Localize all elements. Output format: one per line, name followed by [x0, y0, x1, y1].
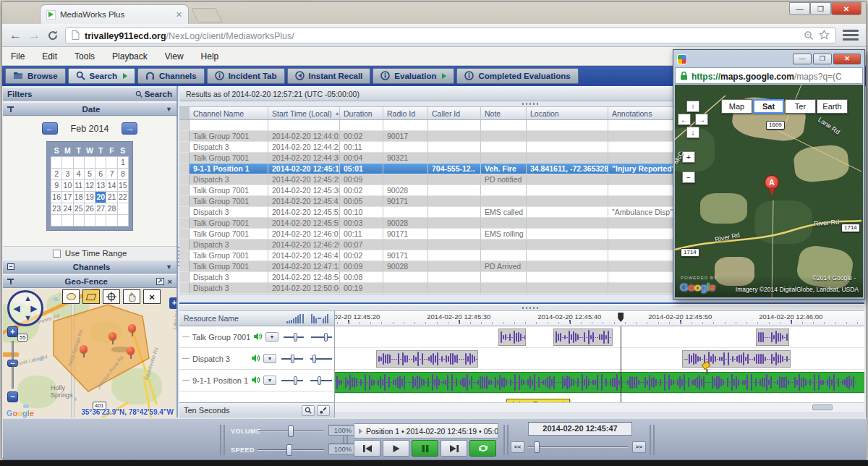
column-header-note[interactable]: Note — [481, 107, 527, 119]
timeline-ruler[interactable]: 2014-02-20 12:45:202014-02-20 12:45:3020… — [335, 311, 864, 326]
channel-dropdown-button[interactable]: ▼ — [263, 376, 276, 385]
popup-close-button[interactable]: ✕ — [833, 54, 861, 64]
map-pin[interactable] — [127, 347, 135, 355]
play-button[interactable] — [383, 440, 409, 457]
column-header-start-time-local-[interactable]: Start Time (Local)▲ — [268, 107, 340, 119]
calendar-day-1[interactable]: 1 — [117, 156, 128, 168]
map-expand-button[interactable]: + — [169, 297, 176, 309]
geofence-section-header[interactable]: Geo-Fence ↗ × — [3, 274, 176, 288]
audio-clip[interactable] — [682, 350, 791, 368]
playhead-handle[interactable] — [618, 313, 624, 322]
toolbar-button-search[interactable]: Search — [68, 68, 135, 84]
next-month-button[interactable]: → — [122, 122, 137, 135]
channel-dropdown-button[interactable]: ▼ — [263, 354, 276, 363]
menu-playback[interactable]: Playback — [112, 51, 148, 62]
seek-forward-button[interactable]: >> — [632, 441, 646, 453]
menu-edit[interactable]: Edit — [42, 51, 57, 62]
calendar-day-21[interactable]: 21 — [106, 191, 117, 203]
previous-call-button[interactable] — [354, 440, 380, 457]
balance-mini-slider[interactable] — [310, 358, 332, 360]
column-header-location[interactable]: Location — [527, 107, 608, 119]
geofence-map[interactable]: ▲◀▶▼ + − − × Penny Rd Holly Springs Rd S… — [3, 289, 176, 418]
map-view-button-ter[interactable]: Ter — [785, 99, 816, 114]
toolbar-button-completed-evaluations[interactable]: Completed Evaluations — [456, 68, 578, 84]
calendar-day-5[interactable]: 5 — [84, 168, 95, 179]
google-maps-popup-window[interactable]: — ❐ ✕ https://maps.google.com/maps?q=(C … — [673, 49, 865, 300]
bookmark-star-icon[interactable] — [819, 30, 830, 41]
balance-meter-icon[interactable] — [311, 314, 330, 323]
active-call-track[interactable] — [335, 372, 864, 393]
toolbar-grip[interactable] — [650, 425, 655, 455]
geofence-circle-tool[interactable] — [62, 289, 80, 304]
calendar-day-23[interactable]: 23 — [51, 203, 62, 214]
browser-menu-icon[interactable] — [843, 30, 859, 41]
next-call-button[interactable] — [441, 440, 467, 457]
close-icon[interactable]: × — [168, 277, 172, 286]
satellite-map[interactable]: ↑ ← → ↓ + − Map Sat Ter Earth 1609 Lane … — [675, 85, 863, 297]
map-pan-up-button[interactable]: ↑ — [686, 101, 699, 112]
resource-row-9-1-1-position-1[interactable]: 9-1-1 Position 1▼ — [179, 370, 334, 391]
seek-slider-handle[interactable] — [534, 441, 540, 453]
forward-icon[interactable]: → — [28, 29, 41, 41]
collapse-pin-icon[interactable] — [7, 106, 14, 112]
seek-back-button[interactable]: << — [511, 441, 524, 453]
calendar-day-9[interactable]: 9 — [51, 179, 62, 191]
zoom-magnifier-button[interactable] — [302, 405, 315, 416]
speed-slider-handle[interactable] — [286, 444, 292, 456]
calendar-day-3[interactable]: 3 — [62, 168, 73, 179]
calendar-day-16[interactable]: 16 — [51, 191, 62, 203]
audio-clip[interactable] — [553, 329, 612, 346]
playhead-line[interactable] — [621, 326, 621, 412]
audio-clip[interactable] — [376, 350, 478, 368]
column-header-caller-id[interactable]: Caller Id — [428, 107, 481, 119]
browser-tab[interactable]: MediaWorks Plus ✕ — [40, 4, 189, 24]
geofence-pan-tool[interactable] — [123, 289, 140, 304]
calendar-day-20[interactable]: 20 — [95, 191, 106, 203]
timeline-settings-wrench-button[interactable] — [317, 405, 330, 416]
timeline-scrollbar[interactable] — [335, 402, 864, 412]
map-pin[interactable] — [80, 345, 88, 353]
balance-mini-slider[interactable] — [311, 336, 332, 338]
geofence-target-tool[interactable] — [103, 289, 120, 304]
column-header-channel-name[interactable]: Channel Name — [190, 107, 268, 119]
map-view-button-earth[interactable]: Earth — [817, 99, 848, 114]
volume-mini-slider[interactable] — [281, 380, 303, 381]
minimize-button[interactable]: — — [789, 2, 810, 15]
menu-tools[interactable]: Tools — [75, 51, 95, 62]
seek-slider[interactable] — [528, 446, 628, 448]
map-pin[interactable] — [109, 332, 116, 340]
balance-mini-slider[interactable] — [310, 380, 332, 381]
slider-handle[interactable] — [291, 355, 294, 363]
volume-slider-handle[interactable] — [288, 425, 294, 437]
toolbar-button-incident-tab[interactable]: Incident Tab — [207, 68, 285, 84]
popup-minimize-button[interactable]: — — [793, 54, 812, 64]
collapse-box-icon[interactable]: − — [7, 263, 14, 270]
tab-close-icon[interactable]: ✕ — [176, 11, 182, 19]
restore-button[interactable]: ❐ — [810, 2, 831, 15]
slider-handle[interactable] — [312, 355, 316, 363]
calendar-day-27[interactable]: 27 — [95, 203, 106, 214]
reload-icon[interactable] — [47, 30, 59, 41]
calendar-day-2[interactable]: 2 — [51, 168, 62, 179]
map-zoom-out-button[interactable]: − — [682, 171, 695, 183]
calendar-day-6[interactable]: 6 — [95, 168, 106, 179]
column-header-duration[interactable]: Duration — [340, 107, 383, 119]
calendar-day-10[interactable]: 10 — [62, 179, 73, 191]
calendar-day-22[interactable]: 22 — [117, 191, 128, 203]
volume-slider[interactable] — [258, 431, 324, 432]
popup-title-bar[interactable]: — ❐ ✕ — [675, 51, 863, 67]
calendar-day-17[interactable]: 17 — [62, 191, 73, 203]
address-bar[interactable]: trivalley911ecd.org/NexLog/client/Mediaw… — [65, 27, 836, 43]
calendar-day-4[interactable]: 4 — [73, 168, 84, 179]
speaker-icon[interactable] — [251, 352, 260, 365]
volume-mini-slider[interactable] — [284, 336, 305, 338]
filters-search-button[interactable]: Search — [135, 90, 172, 98]
slider-handle[interactable] — [294, 333, 297, 342]
slider-handle[interactable] — [318, 376, 321, 385]
volume-mini-slider[interactable] — [281, 358, 303, 360]
menu-view[interactable]: View — [165, 51, 184, 62]
loop-button[interactable] — [469, 440, 496, 457]
level-meter-icon[interactable] — [286, 314, 305, 323]
toolbar-button-evaluation[interactable]: Evaluation — [373, 68, 454, 84]
slider-handle[interactable] — [324, 333, 328, 342]
